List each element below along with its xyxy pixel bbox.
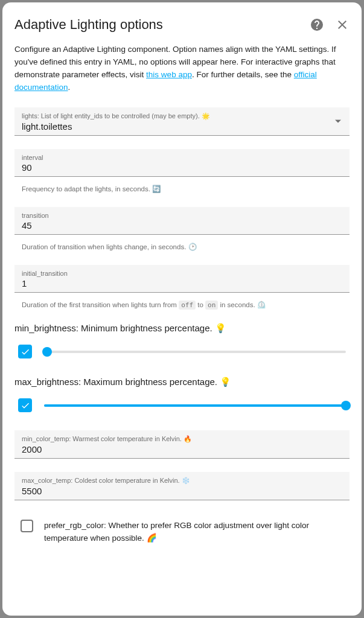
slider-thumb[interactable] [341, 401, 351, 410]
max-color-temp-label: max_color_temp: Coldest color temperatur… [22, 477, 342, 485]
initial-transition-value: 1 [22, 278, 342, 288]
max-brightness-heading: max_brightness: Maximum brightness perce… [14, 377, 350, 387]
it-helper-on: on [205, 301, 218, 310]
min-brightness-checkbox[interactable] [18, 345, 32, 358]
lights-value: light.toilettes [22, 121, 342, 132]
max-color-temp-field[interactable]: max_color_temp: Coldest color temperatur… [14, 472, 350, 500]
lights-select[interactable]: lights: List of light entity_ids to be c… [14, 107, 350, 136]
interval-field[interactable]: interval 90 [14, 149, 350, 177]
it-helper-prefix: Duration of the first transition when li… [22, 301, 179, 308]
intro-suffix: . [68, 83, 71, 92]
it-helper-to: to [196, 301, 205, 308]
header-actions [310, 18, 350, 32]
min-brightness-heading: min_brightness: Minimum brightness perce… [14, 323, 350, 334]
slider-fill [44, 404, 346, 407]
transition-field[interactable]: transition 45 [14, 207, 350, 235]
min-brightness-row [14, 345, 350, 358]
web-app-link[interactable]: this web app [146, 70, 192, 79]
dialog-header: Adaptive Lighting options [14, 17, 350, 33]
initial-transition-label: initial_transition [22, 270, 342, 277]
max-brightness-slider[interactable] [44, 400, 346, 412]
chevron-down-icon [335, 119, 341, 123]
transition-value: 45 [22, 220, 342, 231]
adaptive-lighting-options-dialog: Adaptive Lighting options Configure an A… [2, 2, 362, 616]
interval-value: 90 [22, 162, 342, 173]
it-helper-suffix: in seconds. ⏲️ [218, 301, 266, 308]
max-brightness-checkbox[interactable] [18, 398, 32, 412]
dialog-title: Adaptive Lighting options [14, 17, 163, 33]
initial-transition-field[interactable]: initial_transition 1 [14, 265, 350, 293]
min-color-temp-label: min_color_temp: Warmest color temperatur… [22, 435, 342, 443]
max-color-temp-value: 5500 [22, 486, 342, 496]
help-icon[interactable] [310, 18, 324, 32]
intro-text: Configure an Adaptive Lighting component… [14, 43, 350, 94]
min-color-temp-field[interactable]: min_color_temp: Warmest color temperatur… [14, 430, 350, 459]
it-helper-off: off [179, 301, 196, 310]
lights-label: lights: List of light entity_ids to be c… [22, 112, 342, 120]
intro-mid: . For further details, see the [192, 70, 294, 79]
slider-track [44, 351, 346, 353]
min-color-temp-value: 2000 [22, 444, 342, 454]
max-brightness-row [14, 398, 350, 412]
prefer-rgb-color-checkbox[interactable] [21, 520, 33, 532]
interval-helper: Frequency to adapt the lights, in second… [22, 184, 350, 194]
interval-label: interval [22, 154, 342, 161]
transition-label: transition [22, 212, 342, 219]
prefer-rgb-color-row: prefer_rgb_color: Whether to prefer RGB … [14, 520, 350, 544]
slider-thumb[interactable] [42, 347, 52, 357]
transition-helper: Duration of transition when lights chang… [22, 242, 350, 252]
min-brightness-slider[interactable] [44, 346, 346, 358]
prefer-rgb-color-label: prefer_rgb_color: Whether to prefer RGB … [44, 520, 343, 544]
initial-transition-helper: Duration of the first transition when li… [22, 300, 350, 310]
close-icon[interactable] [335, 18, 350, 32]
